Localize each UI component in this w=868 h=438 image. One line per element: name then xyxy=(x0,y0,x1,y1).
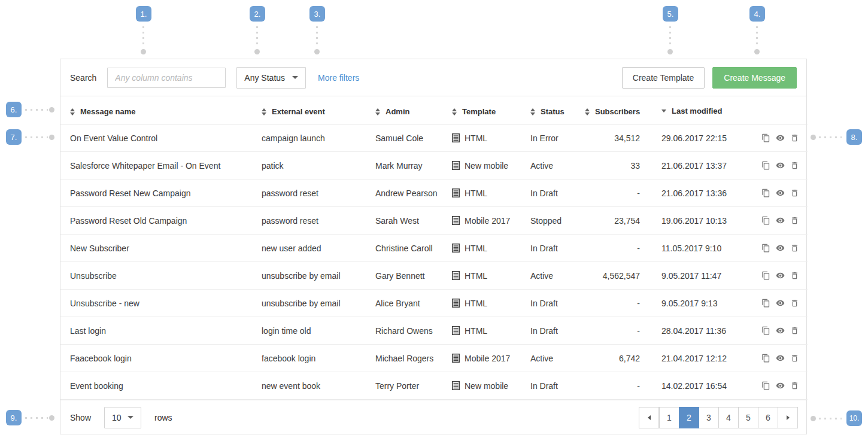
delete-button[interactable] xyxy=(790,244,799,253)
table-row[interactable]: Password Reset New Campaign password res… xyxy=(60,180,808,207)
column-header[interactable]: Status xyxy=(530,96,585,124)
pagination-page-button[interactable]: 4 xyxy=(718,407,739,428)
table-row[interactable]: New Subscriber new user added Christine … xyxy=(60,235,808,262)
rows-per-page-dropdown[interactable]: 10 xyxy=(104,407,141,428)
delete-button[interactable] xyxy=(790,133,799,142)
preview-button[interactable] xyxy=(775,381,785,390)
duplicate-icon xyxy=(761,381,770,390)
cell-last-modified: 21.04.2017 12:12 xyxy=(640,345,757,372)
cell-subscribers: 34,512 xyxy=(585,124,640,152)
duplicate-button[interactable] xyxy=(761,299,770,308)
cell-status: In Draft xyxy=(530,290,585,317)
search-input[interactable] xyxy=(107,68,226,88)
preview-button[interactable] xyxy=(775,133,785,142)
delete-button[interactable] xyxy=(790,354,799,363)
cell-template: New mobile xyxy=(452,372,530,400)
column-header-label: Subscribers xyxy=(595,107,640,116)
callout-connector xyxy=(25,417,48,419)
document-lines-icon xyxy=(452,161,460,170)
cell-last-modified: 9.05.2017 11:47 xyxy=(640,262,757,290)
table-row[interactable]: Password Reset Old Campaign password res… xyxy=(60,207,808,235)
callout-endpoint-dot xyxy=(49,135,54,140)
preview-button[interactable] xyxy=(775,188,785,197)
duplicate-button[interactable] xyxy=(761,354,770,363)
duplicate-button[interactable] xyxy=(761,381,770,390)
delete-button[interactable] xyxy=(790,161,799,170)
cell-subscribers: - xyxy=(585,235,640,262)
preview-button[interactable] xyxy=(775,244,785,253)
column-header-label: Last modified xyxy=(672,107,723,115)
delete-button[interactable] xyxy=(790,216,799,225)
chevron-down-icon xyxy=(292,76,298,79)
duplicate-button[interactable] xyxy=(761,133,770,142)
status-filter-dropdown[interactable]: Any Status xyxy=(236,67,306,89)
preview-button[interactable] xyxy=(775,299,785,308)
rows-label: rows xyxy=(154,413,172,422)
pagination-page-button[interactable]: 2 xyxy=(679,407,699,428)
column-header[interactable]: Admin xyxy=(375,96,452,124)
table-row[interactable]: On Event Value Control campaign launch S… xyxy=(60,124,808,152)
cell-subscribers: - xyxy=(585,317,640,345)
cell-last-modified: 21.06.2017 13:37 xyxy=(640,152,757,180)
delete-button[interactable] xyxy=(790,381,799,390)
column-header[interactable]: Template xyxy=(452,96,530,124)
table-row[interactable]: Unsubscribe unsubscribe by email Gary Be… xyxy=(60,262,808,290)
create-template-button[interactable]: Create Template xyxy=(622,67,705,89)
sort-icon xyxy=(375,108,380,115)
cell-actions xyxy=(757,372,808,400)
callout-endpoint-dot xyxy=(667,49,673,54)
document-lines-icon xyxy=(452,299,460,308)
preview-button[interactable] xyxy=(775,326,785,335)
callout-endpoint-dot xyxy=(49,415,54,421)
table-row[interactable]: Event booking new event book Terry Porte… xyxy=(60,372,808,400)
duplicate-button[interactable] xyxy=(761,271,770,280)
delete-button[interactable] xyxy=(790,188,799,197)
left-arrow-icon xyxy=(648,415,651,420)
column-header[interactable]: Message name xyxy=(60,96,262,124)
preview-button[interactable] xyxy=(775,161,785,170)
pagination-page-button[interactable]: 6 xyxy=(758,407,778,428)
delete-button[interactable] xyxy=(790,271,799,280)
cell-template: HTML xyxy=(452,235,530,262)
delete-button[interactable] xyxy=(790,326,799,335)
cell-status: In Error xyxy=(530,124,585,152)
document-lines-icon xyxy=(452,354,460,363)
column-header-label: Template xyxy=(462,107,496,116)
column-header[interactable]: Last modified xyxy=(640,96,757,124)
pagination-page-button[interactable]: 3 xyxy=(699,407,719,428)
table-row[interactable]: Salesforce Whitepaper Email - On Event p… xyxy=(60,152,808,180)
duplicate-button[interactable] xyxy=(761,326,770,335)
delete-button[interactable] xyxy=(790,299,799,308)
document-lines-icon xyxy=(452,381,460,390)
table-row[interactable]: Last login login time old Richard Owens … xyxy=(60,317,808,345)
cell-admin: Alice Bryant xyxy=(375,290,452,317)
preview-button[interactable] xyxy=(775,216,785,225)
pagination-page-button[interactable]: 1 xyxy=(659,407,679,428)
column-header[interactable]: External event xyxy=(262,96,375,124)
trash-icon xyxy=(790,381,799,390)
more-filters-link[interactable]: More filters xyxy=(318,73,359,83)
column-header[interactable]: Subscribers xyxy=(585,96,640,124)
preview-button[interactable] xyxy=(775,271,785,280)
table-row[interactable]: Unsubscribe - new unsubscribe by email A… xyxy=(60,290,808,317)
create-message-button[interactable]: Create Message xyxy=(712,67,797,89)
duplicate-icon xyxy=(761,161,770,170)
right-arrow-icon xyxy=(787,415,790,420)
duplicate-button[interactable] xyxy=(761,244,770,253)
preview-button[interactable] xyxy=(775,354,785,363)
pagination-prev-button[interactable] xyxy=(639,407,659,428)
cell-actions xyxy=(757,317,808,345)
duplicate-button[interactable] xyxy=(761,216,770,225)
sort-icon xyxy=(452,108,457,115)
eye-icon xyxy=(775,188,785,197)
cell-template: Mobile 2017 xyxy=(452,345,530,372)
callout-endpoint-dot xyxy=(811,135,816,140)
pagination-page-button[interactable]: 5 xyxy=(738,407,758,428)
cell-last-modified: 19.06.2017 10:13 xyxy=(640,207,757,235)
duplicate-icon xyxy=(761,354,770,363)
duplicate-button[interactable] xyxy=(761,161,770,170)
callout-endpoint-dot xyxy=(314,49,320,54)
table-row[interactable]: Faacebook login facebook login Michael R… xyxy=(60,345,808,372)
pagination-next-button[interactable] xyxy=(778,407,798,428)
duplicate-button[interactable] xyxy=(761,188,770,197)
